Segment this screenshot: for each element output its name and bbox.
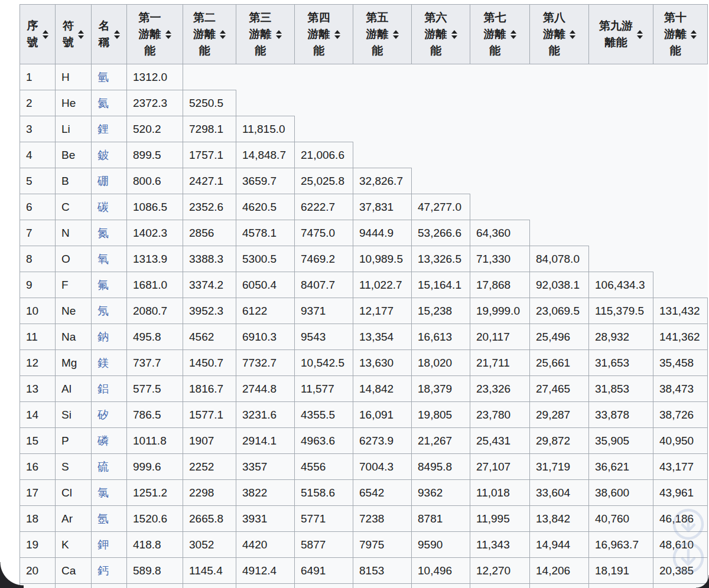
col-header-ie6[interactable]: 第六 游離 能 [412,5,470,64]
column-label: 第一 游離 能 [139,9,161,59]
col-header-ie2[interactable]: 第二 游離 能 [183,5,236,64]
table-row: 17Cl氯1251.2229838225158.66542936211,0183… [20,480,708,506]
cell-ie2: 2856 [183,220,236,246]
cell-index: 13 [20,376,56,402]
column-label: 名 稱 [99,18,110,51]
cell-name: 鈣 [92,558,127,584]
col-header-ie9[interactable]: 第九游 離能 [589,5,653,64]
cell-blank [653,220,708,246]
scroll-down-icon[interactable] [672,541,705,574]
sort-icon [78,30,84,39]
cell-blank [653,142,708,168]
element-name-link[interactable]: 鈹 [97,149,109,161]
cell-ie5: 6273.9 [353,428,412,454]
cell-index: 9 [20,272,56,298]
element-name-link[interactable]: 氮 [97,227,109,239]
cell-ie2: 3952.3 [183,298,236,324]
cell-symbol: O [56,246,92,272]
element-name-link[interactable]: 氫 [97,71,109,83]
element-name-link[interactable]: 氖 [97,305,109,317]
element-name-link[interactable]: 氦 [97,97,109,109]
col-header-ie7[interactable]: 第七 游離 能 [470,5,530,64]
col-header-ie1[interactable]: 第一 游離 能 [127,5,183,64]
cell-blank [412,168,470,194]
col-header-ie10[interactable]: 第十 游離 能 [653,5,708,64]
element-name-link[interactable]: 鈣 [97,564,109,577]
cell-ie2: 1757.1 [183,142,236,168]
scroll-down-icon[interactable] [672,508,705,541]
cell-ie4: 7469.2 [295,246,353,272]
cell-blank [589,142,653,168]
col-header-index[interactable]: 序 號 [20,5,56,64]
cell-ie8: 31,719 [530,454,589,480]
cell-name: 氯 [92,480,127,506]
cell-ie8: 13,842 [530,506,589,532]
element-name-link[interactable]: 氬 [97,512,109,525]
cell-name: 鋁 [92,376,127,402]
cell-index: 20 [20,558,56,584]
cell-name: 氟 [92,272,127,298]
cell-ie9: 33,878 [589,402,653,428]
col-header-ie5[interactable]: 第五 游離 能 [353,5,412,64]
table-row: 8O氧1313.93388.35300.57469.210,989.513,32… [20,246,708,272]
cell-blank [589,116,653,142]
cell-ie1: 1681.0 [127,272,183,298]
element-name-link[interactable]: 鉀 [97,538,109,551]
element-name-link[interactable]: 碳 [97,201,109,213]
column-label: 第四 游離 能 [308,9,330,59]
cell-ie2: 2352.6 [183,194,236,220]
cell-ie6: 18,379 [412,376,470,402]
cell-ie4 [295,584,353,588]
element-name-link[interactable]: 磷 [97,435,109,447]
cell-ie9: 31,853 [589,376,653,402]
col-header-ie4[interactable]: 第四 游離 能 [295,5,353,64]
table-row: 2He氦2372.35250.5 [20,90,708,116]
element-name-link[interactable]: 鋁 [97,383,109,395]
sort-icon [334,30,340,39]
cell-index: 11 [20,324,56,350]
cell-blank [412,142,470,168]
cell-ie6 [412,584,470,588]
cell-symbol: Al [56,376,92,402]
sort-icon [510,30,516,39]
element-name-link[interactable]: 鋰 [97,123,109,135]
cell-ie8: 23,069.5 [530,298,589,324]
cell-blank [653,272,708,298]
col-header-name[interactable]: 名 稱 [92,5,127,64]
element-name-link[interactable]: 硫 [97,460,109,473]
cell-index: 6 [20,194,56,220]
cell-symbol: Cl [56,480,92,506]
cell-ie9: 35,905 [589,428,653,454]
cell-ie1: 1011.8 [127,428,183,454]
column-label: 符 號 [63,18,74,51]
cell-ie6: 8495.8 [412,454,470,480]
cell-ie4: 4556 [295,454,353,480]
cell-blank [530,220,589,246]
column-label: 第六 游離 能 [425,9,447,59]
cell-name: 鋰 [92,116,127,142]
col-header-ie3[interactable]: 第三 游離 能 [236,5,295,64]
cell-ie7: 23,780 [470,402,530,428]
col-header-symbol[interactable]: 符 號 [56,5,92,64]
element-name-link[interactable]: 鎂 [97,357,109,369]
element-name-link[interactable]: 硼 [97,175,109,187]
cell-ie3: 3659.7 [236,168,295,194]
cell-ie4: 5158.6 [295,480,353,506]
table-row: 14Si矽786.51577.13231.64355.516,09119,805… [20,402,708,428]
element-name-link[interactable]: 鈉 [97,331,109,343]
cell-ie6: 8781 [412,506,470,532]
cell-symbol: Ne [56,298,92,324]
cell-ie1: 1313.9 [127,246,183,272]
element-name-link[interactable]: 氧 [97,253,109,265]
element-name-link[interactable]: 氟 [97,279,109,291]
cell-ie7: 19,999.0 [470,298,530,324]
cell-index: 7 [20,220,56,246]
col-header-ie8[interactable]: 第八 游離 能 [530,5,589,64]
cell-blank [295,116,353,142]
cell-index: 2 [20,90,56,116]
element-name-link[interactable]: 氯 [97,486,109,499]
element-name-link[interactable]: 矽 [97,409,109,421]
cell-ie6: 21,267 [412,428,470,454]
cell-ie4: 6222.7 [295,194,353,220]
column-label: 第七 游離 能 [484,9,506,59]
